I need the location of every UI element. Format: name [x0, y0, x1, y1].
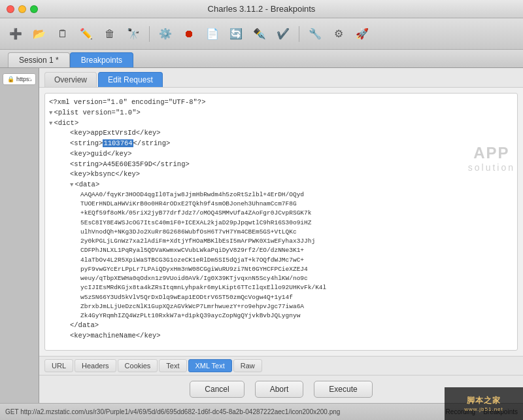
brand-subtitle: www.jb51.net	[464, 406, 503, 412]
add-button[interactable]: ➕	[5, 24, 26, 44]
tools-button[interactable]: 🔧	[305, 24, 326, 44]
xml-line-19: weuy/qTbpXEWHa0qOdxn1z9VUoid0AVk/Ig0X39K…	[49, 274, 513, 283]
xml-line-23: Zk4GyYRqmhIZQ4WzPLt10RxkW7a+d1pkQ39aycZo…	[49, 311, 513, 321]
open-button[interactable]: 📂	[29, 24, 50, 44]
xml-line-1: <?xml version="1.0" encoding="UTF-8"?>	[49, 97, 513, 108]
xml-line-3: ▼ <dict>	[49, 118, 513, 129]
collapse-icon-3[interactable]: ▼	[70, 181, 73, 190]
raw-tab[interactable]: Raw	[233, 359, 262, 372]
xml-line-17: 4laTbOv4L2R5XpiWaSTBCG3G1ozeCK1eRlDm5SI5…	[49, 256, 513, 265]
toolbar: ➕ 📂 🗒 ✏️ 🗑 🔭 ⚙️ ⏺ 📄 🔄 ✒️ ✔️ 🔧 ⚙ 🚀	[0, 18, 523, 50]
xml-line-14: ulhVnodQh+NKg3DJo2XuRr8G2686WubfOsH6T7vH…	[49, 228, 513, 237]
brand-title: 脚本之家	[467, 395, 501, 406]
content-tabs: Overview Edit Request	[39, 68, 523, 88]
title-bar: Charles 3.11.2 - Breakpoints	[0, 0, 523, 18]
breakpoints-tab[interactable]: Breakpoints	[70, 52, 133, 67]
bottom-tabs: URL Headers Cookies Text XML Text Raw	[39, 356, 523, 375]
refresh-button[interactable]: 🔄	[226, 24, 246, 44]
watermark: APP solution	[468, 144, 515, 173]
xml-line-16: CDFPhJNLXL1PqRyal5QDVaKwmxwCVubLWkaPqiDy…	[49, 246, 513, 255]
url-tab[interactable]: URL	[44, 359, 73, 372]
edit-request-tab[interactable]: Edit Request	[98, 72, 163, 87]
lock-icon: 🔒	[7, 76, 14, 82]
xml-line-22: ZbrxbJmLLjUeDzcNlK1GupXQzAGVkWcP7Lmrhwue…	[49, 302, 513, 311]
close-button[interactable]	[7, 5, 14, 13]
xml-line-24: </data>	[49, 321, 513, 331]
watermark-app: APP	[468, 144, 515, 162]
gear-button[interactable]: ⚙	[328, 24, 349, 44]
compose-button[interactable]: ✏️	[76, 24, 97, 44]
xml-line-15: 2y0kPGLjLGnWz7xa2lAdiFm+XdtjYfHOaMBKlbEs…	[49, 237, 513, 246]
traffic-lights	[7, 5, 38, 13]
url-text: https://p39-buy.itunes.apple.com/We	[16, 76, 31, 82]
xml-line-6: <key>guid</key>	[49, 149, 513, 160]
watermark-solution: solution	[468, 162, 515, 173]
xml-line-8: <key>kbsync</key>	[49, 169, 513, 180]
xml-line-12: +kEQf59f8oMk/05riX2jyB77drfJdz7/oMOQ4SMM…	[49, 209, 513, 218]
export-button[interactable]: 🚀	[352, 24, 373, 44]
main-content: 🔒 https://p39-buy.itunes.apple.com/We Ov…	[0, 68, 523, 403]
xml-line-10: AAQAA0/fqyKr3HOOD4qgIl0Tajw8JjmHbRwdm4h5…	[49, 190, 513, 200]
status-url: GET http://a2.mzstatic.com/us/r30/Purple…	[5, 408, 441, 415]
execute-button[interactable]: Execute	[314, 381, 372, 398]
xml-line-13: 5EsC8IY8E4WSJcOG7ItsC40m1F0+ICEXAL2kjaD2…	[49, 219, 513, 228]
abort-button[interactable]: Abort	[255, 381, 304, 398]
maximize-button[interactable]	[30, 5, 38, 13]
xml-text-tab[interactable]: XML Text	[188, 359, 232, 372]
check-button[interactable]: ✔️	[273, 24, 294, 44]
settings-button[interactable]: ⚙️	[155, 24, 176, 44]
minimize-button[interactable]	[18, 5, 26, 13]
xml-content-area[interactable]: <?xml version="1.0" encoding="UTF-8"?> ▼…	[44, 93, 518, 351]
xml-line-20: ycIJIEsMRdKGjx8ta4kZRsItqmnLyhpakr6myLKi…	[49, 283, 513, 292]
binoculars-button[interactable]: 🔭	[123, 24, 144, 44]
separator-1	[149, 26, 150, 42]
url-entry[interactable]: 🔒 https://p39-buy.itunes.apple.com/We	[3, 73, 36, 85]
record-button[interactable]: ⏺	[178, 24, 199, 44]
left-panel: 🔒 https://p39-buy.itunes.apple.com/We	[0, 68, 39, 403]
cookies-tab[interactable]: Cookies	[118, 359, 158, 372]
cancel-button[interactable]: Cancel	[190, 381, 244, 398]
xml-line-7: <string>A45E60E35F9D</string>	[49, 160, 513, 170]
save-button[interactable]: 🗒	[52, 24, 73, 44]
xml-line-25: <key>machineName</key>	[49, 331, 513, 341]
overview-tab[interactable]: Overview	[44, 72, 97, 87]
xml-line-18: pyF9vwGYcErLPpLr7LPAiQDyxHm3nW08CGgiWuRU…	[49, 265, 513, 274]
collapse-icon[interactable]: ▼	[49, 109, 52, 118]
tab-bar: Session 1 * Breakpoints	[0, 50, 523, 68]
collapse-icon-2[interactable]: ▼	[49, 120, 52, 129]
xml-line-2: ▼ <plist version="1.0">	[49, 108, 513, 118]
xml-line-9: ▼ <data>	[49, 180, 513, 190]
trash-button[interactable]: 🗑	[99, 24, 120, 44]
xml-line-5: <string>1103764</string>	[49, 139, 513, 149]
headers-tab[interactable]: Headers	[75, 359, 116, 372]
separator-2	[299, 26, 299, 42]
edit-button[interactable]: ✒️	[249, 24, 270, 44]
clear-button[interactable]: 📄	[202, 24, 223, 44]
xml-line-4: <key>appExtVrsId</key>	[49, 128, 513, 139]
bottom-brand: 脚本之家 www.jb51.net	[445, 387, 523, 420]
right-panel: Overview Edit Request <?xml version="1.0…	[39, 68, 523, 403]
xml-line-11: TUOErHNDLaHWViKrB0o0HR4rODxE2TQkh9f4smOB…	[49, 200, 513, 209]
session-tab[interactable]: Session 1 *	[8, 52, 70, 67]
xml-line-21: w5zSN66Y3Ud5kVlV5QrDxDlq9wEap1EODtrV6ST5…	[49, 293, 513, 302]
text-tab[interactable]: Text	[159, 359, 186, 372]
window-title: Charles 3.11.2 - Breakpoints	[208, 4, 316, 14]
